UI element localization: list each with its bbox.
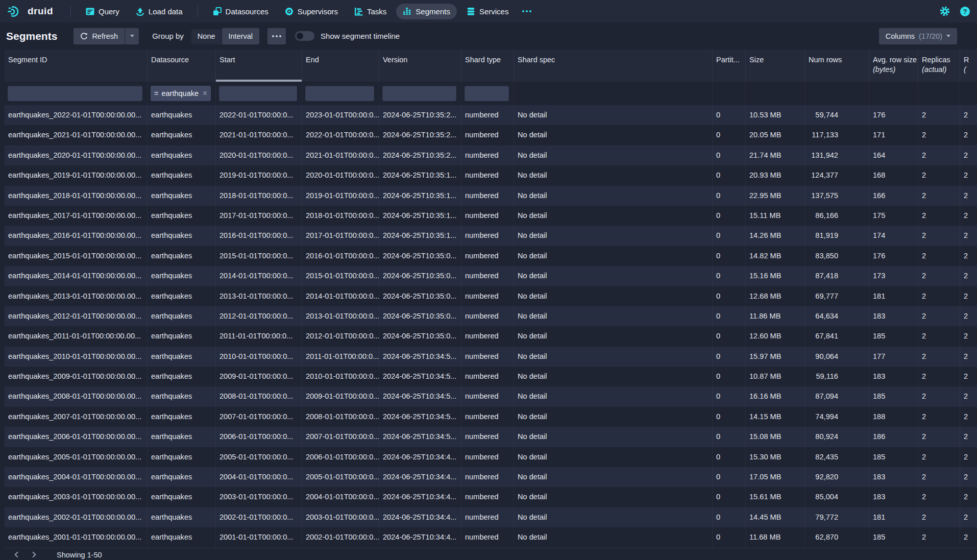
cell-replicas: 2 xyxy=(918,145,960,165)
nav-items: Query Load data xyxy=(79,4,189,19)
nav-item-services[interactable]: Services xyxy=(460,4,516,19)
cell-end: 2021-01-01T00:00:0... xyxy=(302,145,379,165)
cell-size: 16.16 MB xyxy=(746,386,805,406)
header-shard-spec[interactable]: Shard spec xyxy=(514,50,713,82)
cell-avg-row-size: 174 xyxy=(869,226,918,246)
table-row[interactable]: earthquakes_2012-01-01T00:00:00.00... ea… xyxy=(5,306,977,326)
cell-segment-id: earthquakes_2008-01-01T00:00:00.00... xyxy=(5,386,148,406)
table-row[interactable]: earthquakes_2010-01-01T00:00:00.00... ea… xyxy=(5,347,977,367)
table-row[interactable]: earthquakes_2004-01-01T00:00:00.00... ea… xyxy=(5,467,977,487)
filter-start-input[interactable] xyxy=(219,86,297,101)
table-row[interactable]: earthquakes_2019-01-01T00:00:00.00... ea… xyxy=(5,165,977,185)
segment-timeline-toggle[interactable] xyxy=(295,31,314,41)
cell-start: 2014-01-01T00:00:0... xyxy=(216,266,302,286)
filter-end-input[interactable] xyxy=(305,86,374,101)
settings-gear-icon[interactable] xyxy=(940,6,950,16)
refresh-button[interactable]: Refresh xyxy=(74,28,125,44)
cell-replication-factor-partial: 2 xyxy=(960,105,977,125)
cell-segment-id: earthquakes_2006-01-01T00:00:00.00... xyxy=(5,427,148,447)
cell-replicas: 2 xyxy=(918,487,960,507)
more-options-button[interactable] xyxy=(267,28,286,44)
cell-datasource: earthquakes xyxy=(148,367,216,386)
refresh-dropdown-button[interactable] xyxy=(125,28,139,44)
cell-shard-type: numbered xyxy=(461,105,514,125)
next-page-button[interactable] xyxy=(26,549,41,560)
cell-end: 2004-01-01T00:00:0... xyxy=(302,487,379,507)
header-end[interactable]: End xyxy=(302,50,379,82)
previous-page-button[interactable] xyxy=(9,549,24,560)
cell-shard-type: numbered xyxy=(461,246,514,266)
cell-shard-spec: No detail xyxy=(514,306,713,326)
table-row[interactable]: earthquakes_2021-01-01T00:00:00.00... ea… xyxy=(5,125,977,145)
filter-segment-id-input[interactable] xyxy=(8,86,142,101)
cell-datasource: earthquakes xyxy=(148,467,216,487)
cell-datasource: earthquakes xyxy=(148,487,216,507)
help-icon[interactable]: ? xyxy=(960,7,970,16)
table-row[interactable]: earthquakes_2017-01-01T00:00:00.00... ea… xyxy=(5,206,977,226)
table-row[interactable]: earthquakes_2003-01-01T00:00:00.00... ea… xyxy=(5,487,977,507)
header-shard-type[interactable]: Shard type xyxy=(461,50,514,82)
cell-datasource: earthquakes xyxy=(148,246,216,266)
cell-partition: 0 xyxy=(713,306,746,326)
cell-replicas: 2 xyxy=(918,186,960,206)
cell-datasource: earthquakes xyxy=(148,347,216,367)
cell-shard-type: numbered xyxy=(461,226,514,246)
datasource-filter-tag[interactable]: = earthquake × xyxy=(151,86,211,101)
cell-replicas: 2 xyxy=(918,407,960,427)
cell-shard-type: numbered xyxy=(461,306,514,326)
pagination-bar: Showing 1-50 xyxy=(5,548,977,560)
nav-item-datasources[interactable]: Datasources xyxy=(206,4,275,19)
cell-replication-factor-partial: 2 xyxy=(960,347,977,367)
header-start[interactable]: Start xyxy=(216,50,302,82)
header-replicas[interactable]: Replicas(actual) xyxy=(918,50,960,82)
cell-partition: 0 xyxy=(713,507,746,527)
cell-replicas: 2 xyxy=(918,105,960,125)
columns-button[interactable]: Columns (17/20) xyxy=(879,28,957,44)
nav-item-segments[interactable]: Segments xyxy=(396,4,457,19)
group-by-none-button[interactable]: None xyxy=(191,28,222,44)
table-row[interactable]: earthquakes_2002-01-01T00:00:00.00... ea… xyxy=(5,507,977,527)
table-row[interactable]: earthquakes_2007-01-01T00:00:00.00... ea… xyxy=(5,407,977,427)
table-row[interactable]: earthquakes_2020-01-01T00:00:00.00... ea… xyxy=(5,145,977,165)
table-row[interactable]: earthquakes_2015-01-01T00:00:00.00... ea… xyxy=(5,246,977,266)
cell-partition: 0 xyxy=(713,266,746,286)
nav-item-query[interactable]: Query xyxy=(79,4,126,19)
header-datasource[interactable]: Datasource xyxy=(148,50,216,82)
nav-more-icon[interactable] xyxy=(518,7,535,15)
header-num-rows[interactable]: Num rows xyxy=(805,50,869,82)
nav-item-label: Services xyxy=(479,7,509,16)
header-size[interactable]: Size xyxy=(746,50,805,82)
cell-segment-id: earthquakes_2011-01-01T00:00:00.00... xyxy=(5,326,148,346)
header-segment-id[interactable]: Segment ID xyxy=(5,50,148,82)
table-row[interactable]: earthquakes_2013-01-01T00:00:00.00... ea… xyxy=(5,286,977,306)
table-row[interactable]: earthquakes_2018-01-01T00:00:00.00... ea… xyxy=(5,186,977,206)
cell-start: 2017-01-01T00:00:0... xyxy=(216,206,302,226)
table-row[interactable]: earthquakes_2005-01-01T00:00:00.00... ea… xyxy=(5,447,977,467)
remove-filter-icon[interactable]: × xyxy=(203,89,207,98)
table-row[interactable]: earthquakes_2006-01-01T00:00:00.00... ea… xyxy=(5,427,977,447)
table-row[interactable]: earthquakes_2016-01-01T00:00:00.00... ea… xyxy=(5,226,977,246)
table-row[interactable]: earthquakes_2001-01-01T00:00:00.00... ea… xyxy=(5,527,977,547)
cell-size: 11.86 MB xyxy=(746,306,805,326)
table-row[interactable]: earthquakes_2014-01-01T00:00:00.00... ea… xyxy=(5,266,977,286)
cell-num-rows: 86,166 xyxy=(805,206,869,226)
nav-item-tasks[interactable]: Tasks xyxy=(348,4,393,19)
filter-version-input[interactable] xyxy=(382,86,456,101)
header-partition[interactable]: Partit... xyxy=(713,50,746,82)
header-replication-factor-partial[interactable]: R( xyxy=(960,50,977,82)
filter-shard-type-input[interactable] xyxy=(465,86,509,101)
group-by-interval-button[interactable]: Interval xyxy=(222,28,260,44)
header-avg-row-size[interactable]: Avg. row size(bytes) xyxy=(869,50,918,82)
tasks-icon xyxy=(354,7,363,16)
nav-item-load-data[interactable]: Load data xyxy=(129,4,189,19)
cell-shard-spec: No detail xyxy=(514,326,713,346)
brand-home-link[interactable]: druid xyxy=(7,5,53,18)
table-row[interactable]: earthquakes_2008-01-01T00:00:00.00... ea… xyxy=(5,386,977,406)
table-row[interactable]: earthquakes_2011-01-01T00:00:00.00... ea… xyxy=(5,326,977,346)
table-row[interactable]: earthquakes_2022-01-01T00:00:00.00... ea… xyxy=(5,105,977,125)
header-version[interactable]: Version xyxy=(379,50,461,82)
table-row[interactable]: earthquakes_2009-01-01T00:00:00.00... ea… xyxy=(5,367,977,386)
cell-size: 14.45 MB xyxy=(746,507,805,527)
nav-item-supervisors[interactable]: Supervisors xyxy=(278,4,345,19)
chevron-right-icon xyxy=(31,551,37,558)
